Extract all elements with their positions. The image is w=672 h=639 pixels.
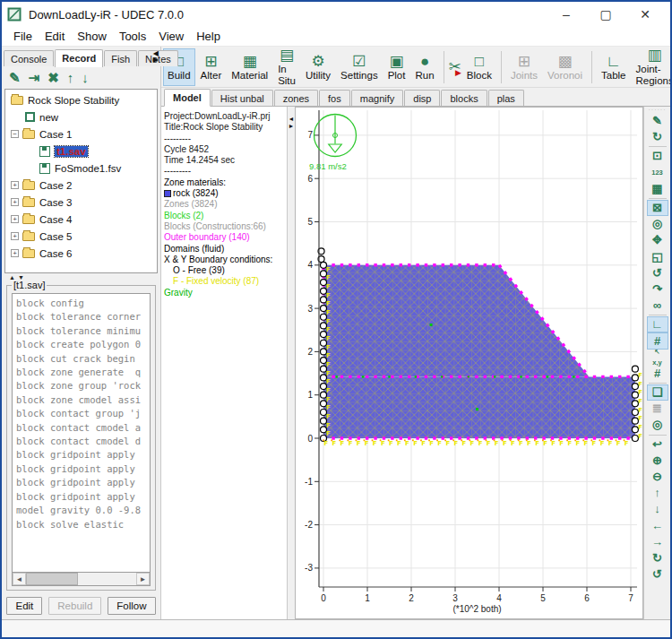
settings-button[interactable]: ☑Settings (336, 48, 383, 86)
color-palette-icon[interactable]: ▦ (647, 181, 668, 197)
fit-view-icon[interactable]: ◱ (647, 249, 668, 265)
close-button[interactable]: ✕ (625, 7, 665, 22)
legend-fixed-velocity[interactable]: F - Fixed velocity (87) (164, 276, 284, 287)
pan-down-icon[interactable]: ↓ (647, 501, 668, 517)
tab-scroll-arrows-icon[interactable]: ◀▶ (153, 50, 159, 63)
alter-button[interactable]: ⊞Alter (196, 48, 227, 86)
tab-blocks[interactable]: blocks (441, 90, 487, 106)
pan-right-icon[interactable]: → (647, 534, 668, 550)
import-record-icon[interactable]: ⇥ (29, 71, 40, 84)
scroll-thumb[interactable] (26, 573, 78, 585)
tree-item-t1sav[interactable]: t1.sav (5, 142, 157, 160)
rotate-cw-icon[interactable]: ↻ (647, 550, 668, 566)
cursor-position-icon[interactable]: ↖ x,y (647, 350, 668, 366)
tree-item-case6[interactable]: +Case 6 (5, 245, 157, 262)
print-preview-icon[interactable]: ⊡ (647, 148, 668, 164)
scroll-right-icon[interactable]: ► (136, 573, 150, 585)
expand-icon[interactable]: + (11, 215, 19, 223)
zoom-region-icon[interactable]: ◎ (647, 417, 668, 433)
snap-grid-icon[interactable]: # (647, 366, 668, 382)
tab-plas[interactable]: plas (488, 90, 524, 106)
minimize-button[interactable]: – (547, 7, 586, 22)
project-tree[interactable]: Rock Slope Stability new −Case 1 t1.sav … (4, 89, 158, 273)
edit-button[interactable]: Edit (6, 597, 42, 615)
model-plot-canvas[interactable]: FFFFFFFFFFFFFFFFFFFFFFFFFFFFFFFFFFFFFFFF… (295, 107, 643, 619)
menu-file[interactable]: File (7, 28, 39, 45)
legend-gravity[interactable]: Gravity (164, 288, 284, 298)
rotate-view-icon[interactable]: ↺ (647, 265, 668, 281)
collapse-icon[interactable]: − (11, 130, 19, 138)
tab-fish[interactable]: Fish (104, 50, 137, 66)
run-button[interactable]: ●Run (410, 48, 438, 86)
expand-icon[interactable]: + (11, 249, 19, 257)
tab-model[interactable]: Model (164, 89, 211, 107)
tab-record[interactable]: Record (55, 49, 103, 67)
zoom-in-icon[interactable]: ⊕ (647, 453, 668, 469)
follow-button[interactable]: Follow (108, 597, 155, 615)
insitu-button[interactable]: ▤In Situ (273, 48, 300, 86)
script-view[interactable]: block config block tolerance corner bloc… (12, 293, 151, 573)
orbit-view-icon[interactable]: ↷ (647, 281, 668, 298)
tree-item-case3[interactable]: +Case 3 (5, 194, 157, 211)
utility-button[interactable]: ⚙Utility (301, 48, 335, 86)
tree-item-new[interactable]: new (5, 108, 157, 125)
menu-view[interactable]: View (152, 28, 190, 45)
tree-item-case2[interactable]: +Case 2 (5, 177, 157, 194)
zoom-window-icon[interactable]: ◎ (647, 216, 668, 232)
pan-up-icon[interactable]: ↑ (647, 485, 668, 501)
menu-tools[interactable]: Tools (113, 28, 152, 45)
legend-rock[interactable]: rock (3824) (164, 188, 284, 199)
legend-zones[interactable]: Zones (3824) (164, 199, 284, 210)
delete-record-icon[interactable]: ✖ (47, 71, 59, 84)
script-hscrollbar[interactable]: ◄ ► (12, 573, 151, 586)
move-down-icon[interactable]: ↓ (82, 71, 89, 84)
expand-icon[interactable]: + (11, 181, 19, 189)
expand-icon[interactable]: + (11, 232, 19, 240)
axes-toggle-icon[interactable]: ∟ (647, 316, 668, 332)
vertical-splitter[interactable]: ◄► (288, 107, 295, 619)
model-plot[interactable]: FFFFFFFFFFFFFFFFFFFFFFFFFFFFFFFFFFFFFFFF… (296, 108, 643, 619)
pan-left-icon[interactable]: ← (647, 518, 668, 534)
menu-help[interactable]: Help (190, 28, 227, 45)
numbering-icon[interactable]: 123 (647, 165, 668, 181)
tree-item-case1[interactable]: −Case 1 (5, 125, 157, 142)
table-button[interactable]: ∟Table (597, 48, 631, 86)
tab-magnify[interactable]: magnify (351, 90, 404, 106)
tab-hist-unbal[interactable]: Hist unbal (211, 90, 273, 106)
plot-edit-icon[interactable]: ✎ (647, 113, 668, 129)
legend-constructions[interactable]: Blocks (Constructions:66) (164, 221, 284, 232)
plot-button[interactable]: ▣Plot (383, 48, 410, 86)
tree-item-case5[interactable]: +Case 5 (5, 228, 157, 245)
joint-regions-button[interactable]: ▥Joint-Regions (632, 48, 672, 86)
legend-outer-boundary[interactable]: Outer boundary (140) (164, 232, 284, 243)
rotate-ccw-icon[interactable]: ↺ (647, 566, 668, 583)
close-view-icon[interactable]: ⊠ (647, 200, 668, 216)
tab-zones[interactable]: zones (274, 90, 318, 106)
tree-root[interactable]: Rock Slope Stability (5, 91, 157, 108)
legend-domains[interactable]: Domains (fluid) (164, 244, 284, 255)
pan-hand-icon[interactable]: ✥ (647, 232, 668, 248)
zoom-out-icon[interactable]: ⊖ (647, 469, 668, 485)
maximize-button[interactable]: ▢ (586, 7, 625, 22)
splitter-right-icon[interactable]: ► (289, 123, 295, 129)
move-up-icon[interactable]: ↑ (67, 71, 74, 84)
new-record-icon[interactable]: ✎ (9, 71, 21, 84)
material-button[interactable]: ▦Material (227, 48, 272, 86)
tab-disp[interactable]: disp (404, 90, 440, 106)
tree-item-case4[interactable]: +Case 4 (5, 211, 157, 228)
legend-blocks[interactable]: Blocks (2) (164, 211, 284, 221)
menu-show[interactable]: Show (71, 28, 113, 45)
scroll-left-icon[interactable]: ◄ (13, 573, 26, 585)
menu-edit[interactable]: Edit (39, 28, 71, 45)
tab-console[interactable]: Console (4, 50, 54, 66)
expand-icon[interactable]: + (11, 198, 19, 206)
undo-view-icon[interactable]: ↩ (647, 436, 668, 453)
link-views-icon[interactable]: ∞ (647, 298, 668, 314)
zoom-box-icon[interactable]: ❏ (647, 384, 668, 401)
tab-fos[interactable]: fos (319, 90, 350, 106)
block-button[interactable]: □Block (462, 48, 496, 86)
legend-free[interactable]: O - Free (39) (164, 265, 284, 276)
refresh-plot-icon[interactable]: ↻ (647, 129, 668, 145)
tree-item-fosmode[interactable]: FoSmode1.fsv (5, 160, 157, 177)
splitter-left-icon[interactable]: ◄ (289, 116, 295, 122)
